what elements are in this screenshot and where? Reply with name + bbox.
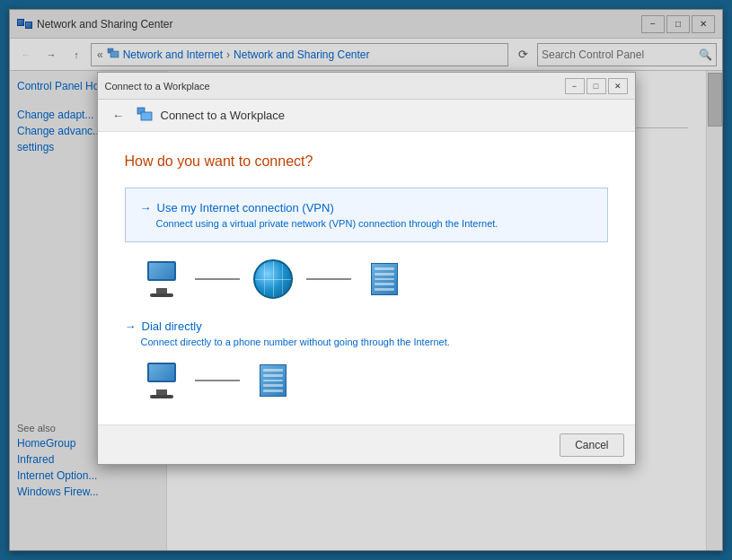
dialog-footer: Cancel [98, 424, 635, 464]
dialog-question: How do you want to connect? [125, 153, 608, 170]
vpn-arrow-icon: → [140, 201, 152, 214]
dialog-overlay: Connect to a Workplace − □ ✕ ← Connect t… [0, 0, 732, 560]
dialog-back-button[interactable]: ← [109, 106, 128, 126]
dial-diagram-line [195, 380, 240, 381]
svg-rect-3 [141, 112, 152, 120]
dialog-toolbar-icon [136, 105, 154, 126]
server-icon-2 [251, 358, 295, 403]
dialog-titlebar: Connect to a Workplace − □ ✕ [98, 73, 635, 100]
computer-icon-2 [139, 358, 184, 403]
vpn-option[interactable]: → Use my Internet connection (VPN) Conne… [125, 188, 608, 242]
dialog-toolbar: ← Connect to a Workplace [98, 100, 635, 132]
vpn-desc: Connect using a virtual private network … [140, 218, 593, 229]
dial-arrow-icon: → [125, 319, 137, 333]
server-icon-1 [362, 257, 407, 302]
cancel-button[interactable]: Cancel [560, 433, 623, 457]
dialog-close-button[interactable]: ✕ [608, 78, 628, 94]
dial-option[interactable]: → Dial directly Connect directly to a ph… [125, 316, 608, 351]
dialog-title: Connect to a Workplace [105, 81, 563, 92]
dial-desc: Connect directly to a phone number witho… [125, 337, 608, 347]
dial-diagram [139, 358, 608, 403]
dial-title: → Dial directly [125, 319, 608, 333]
computer-icon-1 [139, 257, 184, 302]
dialog-minimize-button[interactable]: − [565, 78, 585, 94]
diagram-line-2 [306, 278, 351, 280]
vpn-diagram [139, 257, 608, 302]
dialog-body: How do you want to connect? → Use my Int… [98, 132, 635, 424]
globe-icon [251, 257, 295, 302]
dialog-toolbar-title: Connect to a Workplace [161, 109, 286, 122]
dialog-window: Connect to a Workplace − □ ✕ ← Connect t… [97, 72, 636, 465]
vpn-title: → Use my Internet connection (VPN) [140, 201, 593, 214]
diagram-line-1 [195, 278, 240, 280]
dialog-maximize-button[interactable]: □ [586, 78, 606, 94]
